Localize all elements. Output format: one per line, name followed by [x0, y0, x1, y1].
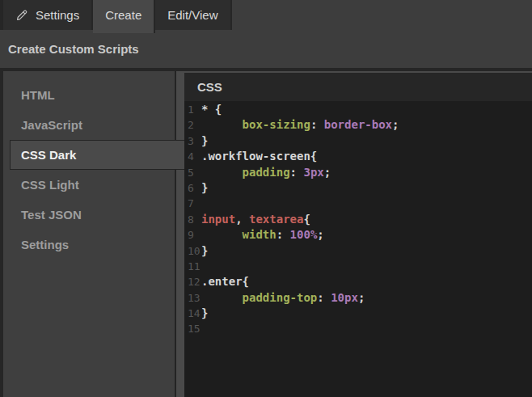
line-number: 7 [188, 196, 201, 211]
sidebar-item-css-dark[interactable]: CSS Dark [10, 140, 184, 170]
code-text: } [201, 306, 208, 321]
tab-settings[interactable]: Settings [3, 0, 93, 30]
code-line[interactable]: 8input, textarea{ [188, 212, 532, 227]
code-line[interactable]: 5 padding: 3px; [188, 165, 532, 180]
code-text: * { [201, 102, 222, 117]
line-number: 14 [188, 306, 201, 321]
line-number: 3 [188, 133, 201, 149]
code-line[interactable]: 4.workflow-screen{ [188, 149, 532, 164]
line-number: 2 [188, 117, 201, 133]
sidebar-item-settings[interactable]: Settings [3, 230, 184, 260]
code-line[interactable]: 10} [188, 243, 532, 259]
line-number: 9 [188, 227, 201, 243]
sidebar-item-javascript[interactable]: JavaScript [3, 110, 184, 140]
script-editor-panel: CSS 1* {2 box-sizing: border-box;3}4.wor… [184, 73, 532, 397]
line-number: 15 [188, 321, 201, 336]
sidebar-item-label: Settings [21, 238, 69, 251]
code-text: padding-top: 10px; [201, 290, 365, 306]
tab-bar: Settings Create Edit/View [0, 0, 532, 30]
code-text: input, textarea{ [201, 212, 310, 227]
code-line[interactable]: 12.enter{ [188, 274, 532, 289]
line-number: 11 [188, 259, 201, 274]
line-number: 6 [188, 180, 201, 196]
code-line[interactable]: 7 [188, 196, 532, 211]
code-text: .enter{ [201, 274, 249, 289]
code-line[interactable]: 6} [188, 180, 532, 196]
page-header: Create Custom Scripts [0, 30, 532, 71]
code-line[interactable]: 15 [188, 321, 532, 336]
code-text: .workflow-screen{ [201, 149, 317, 164]
sidebar-item-label: JavaScript [21, 118, 82, 132]
code-line[interactable]: 1* { [188, 102, 532, 117]
code-editor[interactable]: 1* {2 box-sizing: border-box;3}4.workflo… [184, 101, 532, 397]
line-number: 4 [188, 149, 201, 164]
code-line[interactable]: 14} [188, 306, 532, 321]
editor-header: CSS [184, 73, 532, 101]
sidebar-item-label: CSS Dark [21, 148, 76, 162]
page-title: Create Custom Scripts [8, 42, 139, 56]
tab-label: Create [105, 8, 141, 22]
code-text: box-sizing: border-box; [201, 117, 399, 133]
content-area: HTMLJavaScriptCSS DarkCSS LightTest JSON… [0, 71, 532, 397]
code-line[interactable]: 11 [188, 259, 532, 274]
tab-label: Settings [36, 8, 79, 22]
code-text: } [201, 180, 208, 196]
sidebar-item-html[interactable]: HTML [3, 80, 184, 110]
line-number: 1 [188, 102, 201, 117]
code-text: } [201, 133, 208, 149]
pencil-icon [15, 9, 28, 22]
tab-edit-view[interactable]: Edit/View [155, 0, 231, 30]
line-number: 10 [188, 243, 201, 259]
code-text: } [201, 243, 208, 259]
code-text: padding: 3px; [201, 165, 331, 180]
sidebar-item-test-json[interactable]: Test JSON [3, 200, 184, 230]
code-line[interactable]: 9 width: 100%; [188, 227, 532, 243]
line-number: 12 [188, 274, 201, 289]
tab-label: Edit/View [167, 8, 217, 22]
sidebar-item-label: HTML [21, 88, 55, 102]
sidebar-item-label: Test JSON [21, 208, 82, 222]
line-number: 13 [188, 290, 201, 306]
sidebar: HTMLJavaScriptCSS DarkCSS LightTest JSON… [0, 71, 184, 397]
sidebar-list: HTMLJavaScriptCSS DarkCSS LightTest JSON… [3, 71, 184, 260]
code-line[interactable]: 2 box-sizing: border-box; [188, 117, 532, 133]
code-line[interactable]: 13 padding-top: 10px; [188, 290, 532, 306]
sidebar-item-label: CSS Light [21, 178, 79, 192]
sidebar-item-css-light[interactable]: CSS Light [3, 170, 184, 200]
code-line[interactable]: 3} [188, 133, 532, 149]
editor-title: CSS [197, 80, 222, 94]
line-number: 5 [188, 165, 201, 180]
line-number: 8 [188, 212, 201, 227]
code-text: width: 100%; [201, 227, 324, 243]
tab-create[interactable]: Create [93, 0, 155, 33]
